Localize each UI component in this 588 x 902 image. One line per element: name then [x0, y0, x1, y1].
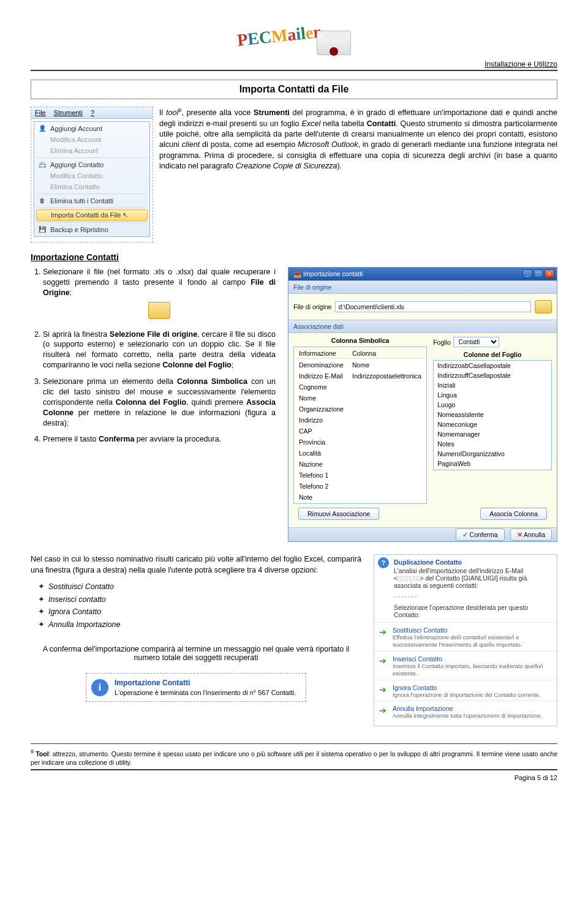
menubar-help: ?: [91, 109, 94, 116]
import-dialog: 📥 Importazione contatti _ □ × File di or…: [288, 267, 557, 542]
step-3: Selezionare prima un elemento della Colo…: [43, 377, 276, 428]
conferma-button[interactable]: ✓ Conferma: [456, 528, 505, 541]
section-file-origine: File di origine: [288, 280, 557, 294]
file-origine-input[interactable]: [335, 301, 531, 312]
question-icon: ?: [378, 557, 389, 568]
info-icon: i: [91, 679, 108, 696]
check-icon: ✓: [462, 531, 468, 538]
arrow-icon: ➔: [379, 656, 386, 666]
cross-icon: ✕: [517, 531, 522, 538]
header-rule: [31, 70, 557, 71]
dup-contact-blur: ▪▪▪▪▪▪▪: [374, 593, 557, 600]
colonne-foglio-label: Colonne del Foglio: [433, 351, 552, 358]
menubar-file: File: [35, 109, 46, 116]
dropdown-menu: 👤Aggiungi Account Modifica Account Elimi…: [34, 121, 150, 237]
opt-ignora[interactable]: ➔Ignora ContattoIgnora l'operazione di i…: [374, 680, 557, 701]
opt-inserisci[interactable]: ➔Inserisci ContattoInserisce il Contatto…: [374, 651, 557, 680]
arrow-icon: ➔: [379, 705, 386, 715]
step-4: Premere il tasto Conferma per avviare la…: [43, 434, 276, 445]
dialog-titlebar: 📥 Importazione contatti _ □ ×: [288, 268, 557, 280]
page-title: Importa Contatti da File: [31, 80, 557, 99]
rimuovi-button[interactable]: Rimuovi Associazione: [298, 508, 379, 520]
maximize-button[interactable]: □: [533, 269, 543, 278]
options-list: ✦Sostituisci Contatto ✦Inserisci contatt…: [38, 582, 361, 630]
annulla-button[interactable]: ✕ Annulla: [510, 528, 552, 541]
page-number: Pagina 5 di 12: [31, 774, 557, 781]
logo: PECMailer: [31, 24, 557, 55]
dup-paragraph: Nel caso in cui lo stesso nominativo ris…: [31, 554, 361, 576]
mapping-table[interactable]: InformazioneColonna DenominazioneNome In…: [293, 347, 427, 504]
menubar-strumenti: Strumenti: [54, 109, 83, 116]
associa-button[interactable]: Associa Colonna: [480, 508, 547, 520]
header-right: Installazione e Utilizzo: [31, 60, 557, 69]
step-2: Si aprirà la finestra Selezione File di …: [43, 329, 276, 371]
confirmation-text: A conferma del'importazione comparirà al…: [31, 645, 361, 662]
dialog-icon: 📥: [293, 270, 303, 277]
subheading-importazione: Importazione Contatti: [31, 252, 557, 262]
dup-desc: L'analisi dell'importazione dell'indiriz…: [374, 567, 557, 593]
folder-icon: [43, 302, 276, 322]
footnote: 9 Tool: attrezzo, strumento. Questo term…: [31, 743, 557, 767]
import-complete-popup: i Importazione Contatti L'operazione è t…: [86, 673, 306, 702]
section-associazione: Associazione dati: [288, 320, 557, 333]
opt-sostituisci[interactable]: ➔Sostituisci ContattoEffettua l'eliminaz…: [374, 622, 557, 651]
menu-import-contacts: Importa Contatti da File ↖: [36, 209, 148, 221]
close-button[interactable]: ×: [545, 269, 554, 278]
opt-annulla[interactable]: ➔Annulla ImportazioneAnnulla integralmen…: [374, 701, 557, 722]
dup-prompt: Selezionare l'operazione desiderata per …: [374, 604, 557, 622]
arrow-icon: ➔: [379, 685, 386, 694]
menu-screenshot: File Strumenti ? 👤Aggiungi Account Modif…: [31, 107, 153, 242]
duplication-dialog: ?Duplicazione Contatto L'analisi dell'im…: [374, 554, 557, 726]
envelope-icon: [317, 31, 351, 55]
foglio-select[interactable]: Contatti: [453, 337, 499, 347]
arrow-icon: ➔: [379, 627, 386, 637]
step-1: Selezionare il file (nel formato .xls o …: [43, 267, 276, 322]
cursor-icon: ↖: [123, 211, 128, 219]
minimize-button[interactable]: _: [522, 269, 532, 278]
columns-list[interactable]: IndirizzoabCasellapostale IndirizzouffCa…: [433, 360, 552, 470]
colonna-simbolica-label: Colonna Simbolica: [293, 337, 427, 344]
file-origine-label: File di origine: [293, 303, 331, 310]
browse-button[interactable]: [535, 300, 552, 314]
foglio-label: Foglio: [433, 339, 451, 346]
